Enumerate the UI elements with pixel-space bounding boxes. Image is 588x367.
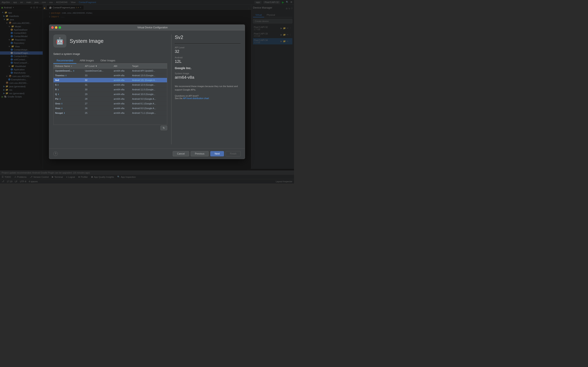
tab-recommended[interactable]: Recommended bbox=[53, 58, 76, 64]
android-label: Android bbox=[175, 56, 241, 59]
modal-detail-panel: Sv2 API Level 32 Android 12L Google Inc.… bbox=[171, 34, 241, 144]
next-button[interactable]: Next bbox=[210, 151, 224, 156]
modal-titlebar: Virtual Device Configuration bbox=[49, 25, 245, 30]
modal-header: 🤖 System Image bbox=[53, 34, 167, 48]
recommend-text: We recommend these images because they r… bbox=[175, 85, 241, 91]
table-row[interactable]: Q ⬇ 29 arm64-v8a Android 10.0 (Google... bbox=[53, 92, 167, 97]
modal-left-section: 🤖 System Image Select a system image Rec… bbox=[53, 34, 167, 144]
download-icon[interactable]: ⬇ bbox=[61, 103, 63, 105]
modal-footer: ? Cancel Previous Next Finish bbox=[49, 149, 245, 159]
download-icon[interactable]: ⬇ bbox=[58, 93, 59, 95]
modal-subheading: Select a system image bbox=[53, 52, 167, 55]
download-icon[interactable]: ⬇ bbox=[61, 107, 63, 109]
col-abi[interactable]: ABI bbox=[112, 64, 130, 68]
android-value: 12L bbox=[175, 59, 241, 64]
system-image-value: arm64-v8a bbox=[175, 75, 241, 80]
table-row[interactable]: Pie ⬇ 28 arm64-v8a Android 9.0 (Google A… bbox=[53, 97, 167, 101]
table-row[interactable]: Tiramisu ⬇ 33 arm64-v8a Android 13.0 (Go… bbox=[53, 73, 167, 78]
system-image-label: System Image bbox=[175, 72, 241, 75]
download-icon[interactable]: ⬇ bbox=[57, 89, 59, 91]
download-icon[interactable]: ⬇ bbox=[57, 84, 59, 86]
refresh-button[interactable]: ↻ bbox=[160, 125, 167, 130]
col-api-level[interactable]: API Level ▼ bbox=[83, 64, 112, 68]
maximize-window-button[interactable] bbox=[59, 26, 61, 29]
detail-api-level: API Level 32 bbox=[175, 46, 241, 54]
modal-body: 🤖 System Image Select a system image Rec… bbox=[49, 30, 245, 149]
table-row[interactable]: S ⬇ 31 arm64-v8a Android 12.0 (Google... bbox=[53, 83, 167, 87]
table-row[interactable]: R ⬇ 30 arm64-v8a Android 11.0 (Google... bbox=[53, 87, 167, 92]
finish-button: Finish bbox=[226, 151, 241, 156]
download-icon[interactable]: ⬇ bbox=[59, 98, 61, 100]
previous-button[interactable]: Previous bbox=[191, 151, 209, 156]
download-icon[interactable]: ⬇ bbox=[73, 70, 75, 72]
cancel-button[interactable]: Cancel bbox=[173, 151, 189, 156]
col-target[interactable]: Target bbox=[130, 64, 167, 68]
system-image-table: Release Name ▼ API Level ▼ ABI Target Up… bbox=[53, 64, 167, 115]
download-icon[interactable]: ⬇ bbox=[65, 75, 67, 77]
android-logo-box: 🤖 bbox=[53, 34, 66, 48]
table-row[interactable]: Sv2 32 arm64-v8a Android 12L (Google A..… bbox=[53, 78, 167, 83]
tab-arm-images[interactable]: ARM Images bbox=[76, 58, 97, 64]
detail-android: Android 12L bbox=[175, 56, 241, 64]
virtual-device-configuration-modal: Virtual Device Configuration 🤖 System Im… bbox=[49, 25, 245, 159]
col-release-name[interactable]: Release Name ▼ bbox=[53, 64, 83, 68]
download-icon[interactable]: ⬇ bbox=[63, 112, 65, 114]
table-row[interactable]: Oreo ⬇ 26 arm64-v8a Android 8.0 (Google … bbox=[53, 106, 167, 111]
minimize-window-button[interactable] bbox=[55, 26, 57, 29]
table-row[interactable]: UpsideDownC... ⬇ UpsideDownCak... arm64-… bbox=[53, 68, 167, 73]
detail-vendor: Google Inc. bbox=[175, 66, 241, 70]
help-button[interactable]: ? bbox=[53, 151, 58, 156]
api-level-label: API Level bbox=[175, 46, 241, 49]
api-question-text: Questions on API level? See the API leve… bbox=[175, 95, 241, 100]
tab-other-images[interactable]: Other Images bbox=[97, 58, 119, 64]
detail-title: Sv2 bbox=[175, 34, 241, 40]
vendor-value: Google Inc. bbox=[175, 66, 241, 70]
modal-title: Virtual Device Configuration bbox=[62, 26, 243, 29]
android-logo-icon: 🤖 bbox=[56, 37, 64, 45]
api-level-distribution-link[interactable]: API level distribution chart bbox=[183, 97, 209, 100]
detail-system-image: System Image arm64-v8a bbox=[175, 72, 241, 80]
modal-heading: System Image bbox=[70, 38, 104, 44]
table-row[interactable]: Nougat ⬇ 25 arm64-v8a Android 7.1.1 (Goo… bbox=[53, 111, 167, 115]
table-row[interactable]: Oreo ⬇ 27 arm64-v8a Android 8.1 (Google … bbox=[53, 101, 167, 106]
sort-icon: ▼ bbox=[71, 65, 72, 67]
image-tabs: Recommended ARM Images Other Images bbox=[53, 58, 167, 64]
modal-overlay: Virtual Device Configuration 🤖 System Im… bbox=[0, 0, 294, 184]
close-window-button[interactable] bbox=[51, 26, 54, 29]
api-level-value: 32 bbox=[175, 49, 241, 54]
